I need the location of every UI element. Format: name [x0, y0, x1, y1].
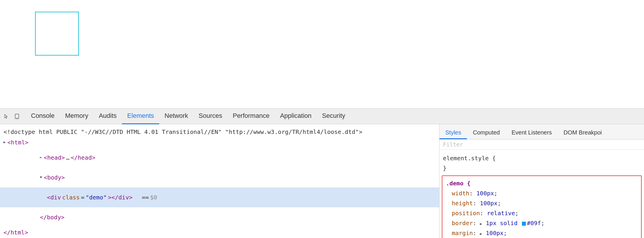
browser-preview [0, 0, 644, 108]
styles-filter-box: Filter [439, 139, 644, 150]
rule-margin: margin: ► 100px; [452, 228, 638, 238]
tab-sources[interactable]: Sources [193, 108, 228, 124]
tab-elements[interactable]: Elements [122, 108, 159, 124]
devtools-panel: Console Memory Audits Elements Network S… [0, 108, 644, 238]
devtools-tab-bar: Console Memory Audits Elements Network S… [0, 108, 644, 124]
tab-network[interactable]: Network [159, 108, 193, 124]
tab-application[interactable]: Application [275, 108, 317, 124]
styles-tab-dom-breakpoints[interactable]: DOM Breakpoi [558, 127, 608, 139]
html-tree-panel[interactable]: <!doctype html PUBLIC "-//W3C//DTD HTML … [0, 124, 439, 238]
mobile-icon[interactable] [13, 112, 21, 120]
tab-performance[interactable]: Performance [227, 108, 275, 124]
cursor-icon[interactable] [2, 112, 11, 120]
color-swatch-border[interactable] [522, 222, 526, 226]
tab-memory[interactable]: Memory [60, 108, 94, 124]
tab-console[interactable]: Console [26, 108, 60, 124]
rule-position: position: relative; [452, 208, 638, 218]
rule-width: width: 100px; [452, 188, 638, 198]
tab-audits[interactable]: Audits [94, 108, 122, 124]
tab-security[interactable]: Security [317, 108, 350, 124]
html-div-demo-line[interactable]: <div class="demo"></div> == $0 [0, 187, 439, 207]
html-body-open-line: ▼ <body> [0, 168, 439, 187]
styles-tab-styles[interactable]: Styles [439, 127, 467, 139]
styles-tab-event-listeners[interactable]: Event Listeners [506, 127, 558, 139]
rule-border: border: ► 1px solid #09f; [452, 218, 638, 228]
element-style-rule: element.style { } [439, 152, 644, 174]
styles-panel: Styles Computed Event Listeners DOM Brea… [439, 124, 644, 238]
rule-height: height: 100px; [452, 198, 638, 208]
html-html-close-line: </html> [0, 227, 439, 238]
html-doctype-line: <!doctype html PUBLIC "-//W3C//DTD HTML … [0, 127, 439, 137]
demo-class-rule: .demo { width: 100px; height: 100px; pos… [442, 175, 642, 238]
devtools-icons [2, 112, 21, 120]
demo-box [35, 12, 79, 56]
html-body-close-line: </body> [0, 207, 439, 227]
styles-sub-tabs: Styles Computed Event Listeners DOM Brea… [439, 124, 644, 139]
devtools-main-content: <!doctype html PUBLIC "-//W3C//DTD HTML … [0, 124, 644, 238]
html-html-line: ▶<html> [0, 137, 439, 148]
style-rules-container: element.style { } .demo { width: 100px; … [439, 150, 644, 238]
html-head-line: ► <head>…</head> [0, 148, 439, 168]
styles-tab-computed[interactable]: Computed [467, 127, 505, 139]
